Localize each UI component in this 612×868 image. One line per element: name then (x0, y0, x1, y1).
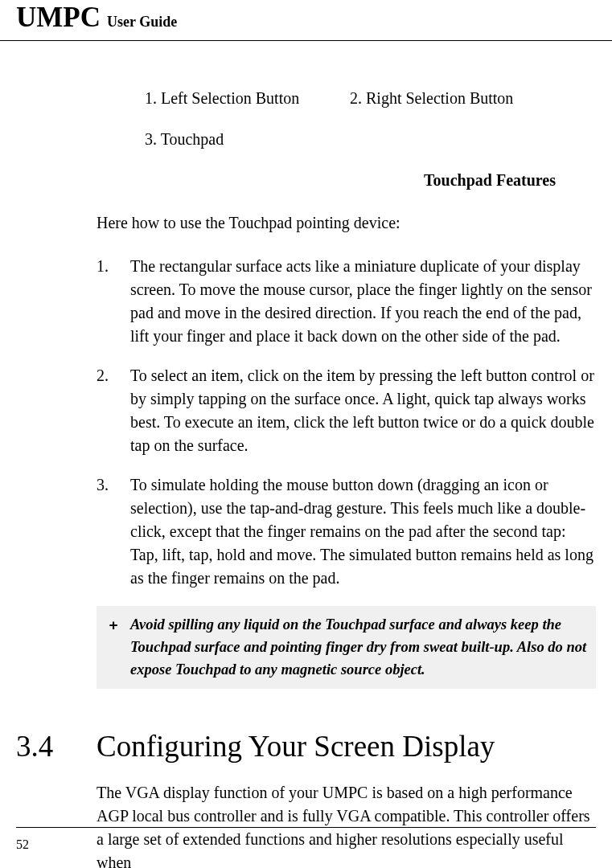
header-title-doc: User Guide (107, 14, 177, 30)
legend-row: 3. Touchpad (145, 130, 612, 149)
footer-rule (16, 827, 596, 828)
section-subtitle: Touchpad Features (97, 171, 556, 190)
legend-item-1: 1. Left Selection Button (145, 89, 350, 108)
note-text: Avoid spilling any liquid on the Touchpa… (130, 614, 588, 681)
page-header: UMPC User Guide (0, 0, 612, 41)
instruction-list: 1. The rectangular surface acts like a m… (97, 255, 596, 590)
list-number: 2. (97, 364, 130, 457)
list-body: To simulate holding the mouse button dow… (130, 473, 596, 590)
legend-table: 1. Left Selection Button 2. Right Select… (145, 89, 612, 149)
header-title-product: UMPC (16, 2, 101, 33)
list-item: 2. To select an item, click on the item … (97, 364, 596, 457)
note-box: + Avoid spilling any liquid on the Touch… (97, 606, 596, 689)
list-body: To select an item, click on the item by … (130, 364, 596, 457)
list-item: 1. The rectangular surface acts like a m… (97, 255, 596, 348)
section-heading: 3.4 Configuring Your Screen Display (16, 729, 596, 764)
section-number: 3.4 (16, 729, 97, 764)
legend-item-3: 3. Touchpad (145, 130, 350, 149)
page-content: 1. Left Selection Button 2. Right Select… (0, 89, 612, 868)
section-body: The VGA display function of your UMPC is… (97, 781, 596, 868)
list-number: 1. (97, 255, 130, 348)
legend-item-2: 2. Right Selection Button (350, 89, 513, 108)
page-number: 52 (16, 837, 29, 852)
list-body: The rectangular surface acts like a mini… (130, 255, 596, 348)
list-item: 3. To simulate holding the mouse button … (97, 473, 596, 590)
legend-row: 1. Left Selection Button 2. Right Select… (145, 89, 612, 108)
plus-icon: + (97, 614, 130, 681)
section-title: Configuring Your Screen Display (97, 729, 495, 764)
list-number: 3. (97, 473, 130, 590)
intro-text: Here how to use the Touchpad pointing de… (97, 214, 596, 232)
